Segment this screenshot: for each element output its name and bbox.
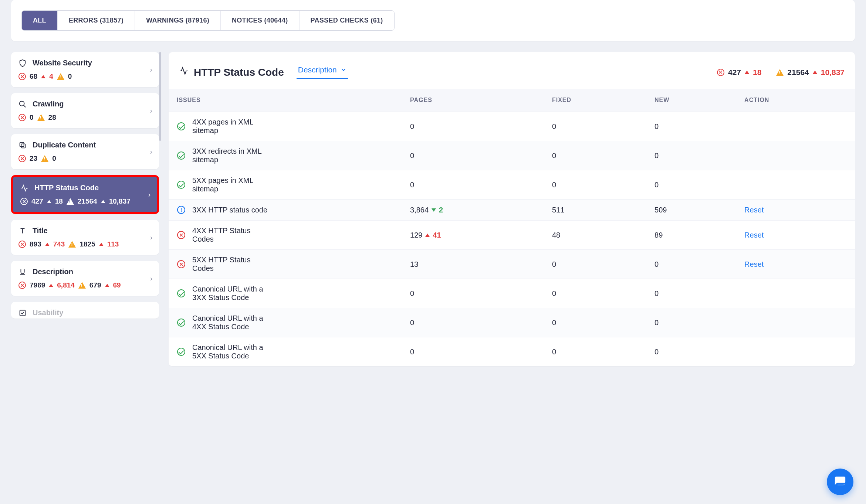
table-row[interactable]: ✕5XX HTTP Status Codes1300Reset	[169, 250, 855, 279]
sidebar-item-website-security[interactable]: Website Security ✕ 68 4 0 ›	[11, 52, 159, 87]
fixed-value: 0	[552, 319, 556, 327]
table-row[interactable]: Canonical URL with a 4XX Status Code000	[169, 308, 855, 337]
issue-name: 4XX HTTP Status Codes	[192, 227, 274, 244]
issue-name: 3XX redirects in XML sitemap	[192, 147, 274, 164]
new-value: 0	[654, 289, 659, 297]
warning-count: 679	[89, 281, 101, 289]
header-warning-stat: 21564 10,837	[776, 68, 845, 77]
check-circle-icon	[177, 289, 186, 298]
warning-icon	[776, 69, 784, 76]
check-circle-icon	[177, 318, 186, 327]
sidebar-item-label: HTTP Status Code	[34, 184, 99, 192]
fixed-value: 0	[552, 348, 556, 356]
copy-icon	[18, 141, 27, 149]
sidebar-item-label: Usability	[33, 309, 63, 317]
issue-name: 4XX pages in XML sitemap	[192, 118, 274, 135]
chevron-right-icon: ›	[150, 107, 152, 115]
delta-up-icon	[425, 234, 430, 237]
issues-table: ISSUES PAGES FIXED NEW ACTION 4XX pages …	[169, 89, 855, 366]
delta-up-icon	[105, 284, 109, 287]
warning-icon	[67, 198, 74, 205]
warning-count: 0	[52, 154, 56, 163]
new-value: 0	[654, 260, 659, 268]
error-icon: ✕	[18, 155, 26, 162]
error-delta: 743	[53, 240, 65, 248]
fixed-value: 0	[552, 181, 556, 189]
col-action: ACTION	[736, 89, 855, 112]
info-circle-icon: !	[177, 205, 186, 214]
warning-count: 21564	[78, 197, 97, 205]
issue-name: 5XX pages in XML sitemap	[192, 176, 274, 193]
main-title-text: HTTP Status Code	[194, 67, 284, 78]
pages-value: 0	[410, 181, 414, 189]
description-dropdown[interactable]: Description	[297, 65, 348, 79]
svg-line-1	[24, 105, 26, 107]
sidebar-item-usability[interactable]: Usability	[11, 302, 159, 319]
table-row[interactable]: 5XX pages in XML sitemap000	[169, 170, 855, 200]
chevron-right-icon: ›	[148, 191, 150, 198]
checklist-icon	[18, 309, 27, 317]
pulse-icon	[20, 184, 28, 192]
error-icon: ✕	[20, 198, 28, 205]
tab-passed[interactable]: PASSED CHECKS (61)	[300, 11, 394, 30]
tab-all[interactable]: ALL	[22, 11, 58, 30]
tab-errors[interactable]: ERRORS (31857)	[58, 11, 135, 30]
issue-name: Canonical URL with a 5XX Status Code	[192, 343, 274, 360]
new-value: 0	[654, 319, 659, 327]
sidebar-item-description[interactable]: Description ✕ 7969 6,814 679 69 ›	[11, 261, 159, 296]
delta-up-icon	[49, 284, 53, 287]
error-icon: ✕	[18, 282, 26, 289]
check-circle-icon	[177, 347, 186, 356]
sidebar-item-duplicate-content[interactable]: Duplicate Content ✕ 23 0 ›	[11, 134, 159, 169]
delta-up-icon	[101, 200, 105, 203]
table-row[interactable]: Canonical URL with a 3XX Status Code000	[169, 279, 855, 308]
fixed-value: 0	[552, 151, 556, 160]
header-warning-delta: 10,837	[821, 68, 845, 77]
tab-notices[interactable]: NOTICES (40644)	[221, 11, 300, 30]
delta-up-icon	[99, 243, 104, 246]
warning-count: 1825	[80, 240, 95, 248]
warning-icon	[37, 114, 45, 121]
reset-link[interactable]: Reset	[744, 231, 764, 239]
header-error-delta: 18	[753, 68, 761, 77]
table-row[interactable]: Canonical URL with a 5XX Status Code000	[169, 337, 855, 367]
error-delta: 4	[49, 72, 53, 81]
sidebar-scrollbar[interactable]	[159, 52, 161, 141]
reset-link[interactable]: Reset	[744, 260, 764, 268]
warning-delta: 10,837	[109, 197, 131, 205]
new-value: 0	[654, 181, 659, 189]
check-circle-icon	[177, 180, 186, 189]
pulse-icon	[179, 66, 189, 78]
svg-rect-3	[20, 142, 24, 146]
chevron-right-icon: ›	[150, 66, 152, 74]
issue-name: Canonical URL with a 3XX Status Code	[192, 285, 274, 302]
delta-up-icon	[41, 75, 45, 78]
table-row[interactable]: 3XX redirects in XML sitemap000	[169, 141, 855, 170]
search-icon	[18, 100, 27, 108]
svg-rect-2	[21, 144, 25, 148]
error-count: 7969	[30, 281, 45, 289]
sidebar-item-crawling[interactable]: Crawling ✕ 0 28 ›	[11, 93, 159, 128]
error-count: 893	[30, 240, 41, 248]
new-value: 509	[654, 206, 667, 214]
new-value: 0	[654, 348, 659, 356]
pages-value: 0	[410, 319, 414, 327]
svg-point-0	[20, 101, 24, 106]
fixed-value: 511	[552, 206, 564, 214]
sidebar-item-title[interactable]: Title ✕ 893 743 1825 113 ›	[11, 220, 159, 255]
table-row[interactable]: 4XX pages in XML sitemap000	[169, 112, 855, 141]
error-delta: 6,814	[57, 281, 75, 289]
sidebar-item-label: Title	[33, 227, 48, 235]
tab-warnings[interactable]: WARNINGS (87916)	[135, 11, 221, 30]
pages-value: 0	[410, 348, 414, 356]
table-row[interactable]: ✕4XX HTTP Status Codes129 414889Reset	[169, 221, 855, 250]
table-row[interactable]: !3XX HTTP status code3,864 2511509Reset	[169, 200, 855, 221]
header-error-count: 427	[728, 68, 741, 77]
fixed-value: 0	[552, 289, 556, 297]
reset-link[interactable]: Reset	[744, 206, 764, 214]
sidebar-item-http-status-code[interactable]: HTTP Status Code ✕ 427 18 21564 10,837 ›	[11, 175, 159, 214]
col-issues: ISSUES	[169, 89, 402, 112]
issue-name: Canonical URL with a 4XX Status Code	[192, 314, 274, 331]
category-sidebar: Website Security ✕ 68 4 0 › Crawling	[11, 52, 159, 324]
header-error-stat: ✕ 427 18	[717, 68, 761, 77]
